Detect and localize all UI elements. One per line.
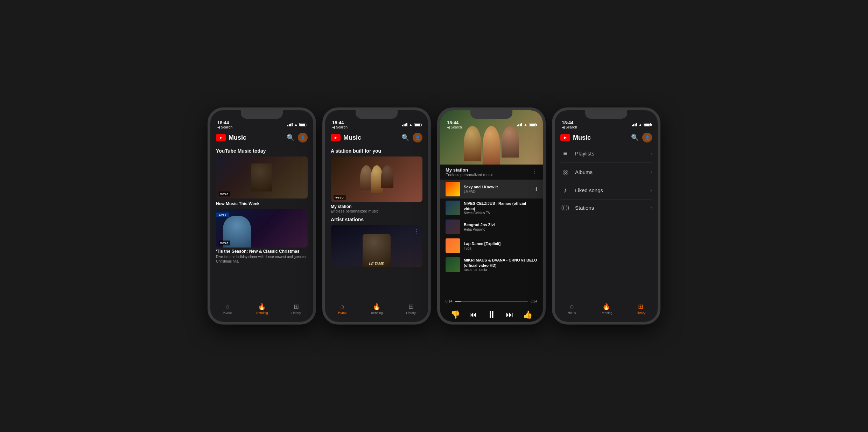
- nav-home-4[interactable]: ⌂ Home: [555, 303, 589, 315]
- progress-fill: [455, 301, 461, 302]
- library-icon-4: ⊞: [638, 303, 643, 311]
- track-item-1[interactable]: NIVES CELZIJUS - Ramos (official video) …: [440, 198, 543, 217]
- info-btn-0[interactable]: ℹ: [536, 186, 537, 192]
- track-artist-3: Tyga: [464, 246, 537, 250]
- station-card-2[interactable]: vevo: [331, 156, 422, 202]
- time-3: 18:44: [447, 120, 462, 125]
- playlists-label: Playlists: [575, 151, 645, 156]
- avatar-4[interactable]: 👤: [642, 133, 652, 142]
- now-playing-desc: Endless personalized music: [446, 173, 493, 177]
- search-icon-2[interactable]: 🔍: [401, 133, 410, 142]
- track-list: Sexy and I Know It LMFAO ℹ NIVES CELZIJU…: [440, 180, 543, 297]
- albums-icon: ◎: [560, 168, 570, 176]
- now-playing-info: My station Endless personalized music ⋮: [440, 165, 543, 180]
- track-item-3[interactable]: Lap Dance [Explicit] Tyga: [440, 236, 543, 255]
- nav-trending-1[interactable]: 🔥 Trending: [245, 303, 279, 315]
- track-item-4[interactable]: MIKRI MAUS & BVANA - CRNO vs BELO (offic…: [440, 255, 543, 274]
- yt-logo-1: [216, 134, 226, 141]
- phone-1: 18:44 ◀ Search ▲: [208, 107, 316, 325]
- nav-home-2[interactable]: ⌂ Home: [325, 303, 359, 315]
- track-artist-2: Relja Popović: [464, 228, 537, 231]
- albums-label: Albums: [575, 169, 645, 175]
- nav-trending-4[interactable]: 🔥 Trending: [589, 303, 623, 315]
- more-options-btn[interactable]: ⋮: [531, 167, 537, 175]
- lib-item-stations[interactable]: ((·)) Stations ›: [560, 200, 652, 216]
- track-artist-0: LMFAO: [464, 190, 532, 194]
- phones-container: 18:44 ◀ Search ▲: [208, 107, 660, 325]
- progress-current: 0:14: [446, 299, 452, 303]
- library-label-4: Library: [636, 311, 645, 315]
- track-item-2[interactable]: Beograd Jos Zivi Relja Popović: [440, 217, 543, 236]
- avatar-2[interactable]: 👤: [413, 133, 422, 142]
- station-title-2: My station: [331, 204, 422, 209]
- track-thumb-3: [446, 238, 460, 253]
- playlists-chevron: ›: [650, 151, 652, 157]
- lib-item-playlists[interactable]: ≡ Playlists ›: [560, 145, 652, 163]
- track-name-1: NIVES CELZIJUS - Ramos (official video): [464, 201, 537, 211]
- bar2: [289, 124, 290, 126]
- status-bar-2: 18:44 ◀ Search ▲: [325, 110, 428, 131]
- nav-library-2[interactable]: ⊞ Library: [394, 303, 428, 315]
- like-btn[interactable]: 👍: [523, 310, 532, 319]
- section-title-1: YouTube Music today: [216, 148, 308, 154]
- track-item-0[interactable]: Sexy and I Know It LMFAO ℹ: [440, 180, 543, 198]
- nav-library-1[interactable]: ⊞ Library: [279, 303, 313, 315]
- music-title-1: Music: [229, 134, 283, 141]
- time-1: 18:44: [217, 120, 232, 125]
- status-right-4: ▲: [632, 123, 651, 127]
- status-right-1: ▲: [287, 123, 306, 127]
- vevo-station: vevo: [334, 195, 346, 200]
- vevo-badge-1: vevo: [219, 191, 230, 196]
- back-label-1: Search: [221, 125, 232, 129]
- status-left-4: 18:44 ◀ Search: [562, 120, 577, 129]
- avatar-1[interactable]: 👤: [298, 133, 308, 142]
- pause-btn[interactable]: ⏸: [486, 309, 496, 320]
- trending-icon-2: 🔥: [373, 303, 380, 311]
- artist-card[interactable]: ⋮ LE TAME: [331, 225, 422, 267]
- prev-btn[interactable]: ⏮: [469, 310, 477, 319]
- next-btn[interactable]: ⏭: [506, 310, 513, 319]
- home-label-1: Home: [223, 311, 232, 314]
- track-name-2: Beograd Jos Zivi: [464, 222, 537, 227]
- back-1: ◀ Search: [217, 125, 232, 129]
- hero-figures: [440, 126, 543, 165]
- home-icon-1: ⌂: [226, 303, 230, 310]
- track-info-2: Beograd Jos Zivi Relja Popović: [464, 222, 537, 231]
- lib-item-liked[interactable]: ♪ Liked songs ›: [560, 181, 652, 200]
- status-right-2: ▲: [402, 123, 421, 127]
- nav-trending-2[interactable]: 🔥 Trending: [359, 303, 394, 315]
- music-title-4: Music: [573, 134, 628, 141]
- wifi-3: ▲: [524, 123, 527, 127]
- three-dots-artist[interactable]: ⋮: [414, 228, 420, 235]
- search-icon-1[interactable]: 🔍: [286, 133, 295, 142]
- card-new-music[interactable]: vevo: [216, 156, 308, 198]
- nav-home-1[interactable]: ⌂ Home: [210, 303, 245, 315]
- track-name-3: Lap Dance [Explicit]: [464, 241, 537, 246]
- track-info-3: Lap Dance [Explicit] Tyga: [464, 241, 537, 250]
- phone-1-screen: 18:44 ◀ Search ▲: [210, 110, 313, 322]
- wifi-2: ▲: [409, 123, 413, 127]
- lib-item-albums[interactable]: ◎ Albums ›: [560, 163, 652, 181]
- battery-2: [414, 123, 421, 126]
- library-list: ≡ Playlists › ◎ Albums › ♪ Liked songs ›…: [555, 145, 658, 216]
- status-bar-3: 18:44 ◀ Search ▲: [443, 110, 540, 131]
- person-silhouette: [251, 163, 272, 191]
- time-4: 18:44: [562, 120, 577, 125]
- trending-label-1: Trending: [255, 311, 268, 315]
- battery-4: [644, 123, 651, 126]
- top-bar-1: Music 🔍 👤: [210, 131, 313, 145]
- now-playing-title: My station: [446, 167, 493, 173]
- card-christmas[interactable]: Live ! vevo: [216, 209, 308, 248]
- track-info-1: NIVES CELZIJUS - Ramos (official video) …: [464, 201, 537, 215]
- search-icon-4[interactable]: 🔍: [630, 133, 639, 142]
- dislike-btn[interactable]: 👎: [450, 310, 460, 319]
- artist-stations-title: Artist stations: [331, 217, 422, 222]
- progress-track[interactable]: [455, 301, 527, 302]
- back-3: ◀ Search: [447, 125, 462, 129]
- card-title-2: 'Tis the Season: New & Classic Christmas: [216, 249, 308, 254]
- bottom-nav-2: ⌂ Home 🔥 Trending ⊞ Library: [325, 300, 428, 322]
- phone-3: 18:44 ◀ Search ▲ My station: [437, 107, 546, 325]
- home-label-4: Home: [568, 311, 576, 314]
- bar1: [287, 125, 288, 126]
- nav-library-4[interactable]: ⊞ Library: [623, 303, 658, 315]
